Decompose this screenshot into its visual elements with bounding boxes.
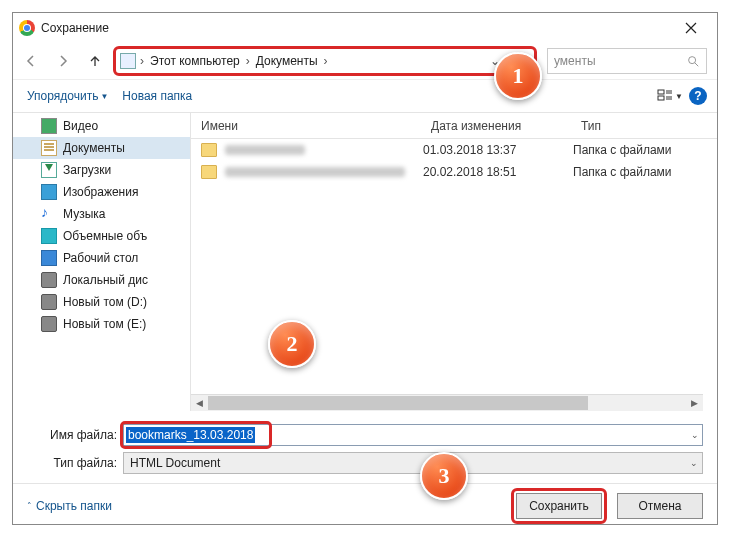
chevron-down-icon[interactable]: ⌄	[691, 430, 699, 440]
help-button[interactable]: ?	[689, 87, 707, 105]
blurred-name	[225, 167, 405, 177]
list-item[interactable]: 20.02.2018 18:51 Папка с файлами	[191, 161, 717, 183]
address-bar[interactable]: › Этот компьютер › Документы › ⌄	[113, 46, 537, 76]
cell-type: Папка с файлами	[573, 165, 672, 179]
file-rows: 01.03.2018 13:37 Папка с файлами 20.02.2…	[191, 139, 717, 411]
arrow-right-icon	[55, 53, 71, 69]
sidebar-item-disk-e[interactable]: Новый том (E:)	[13, 313, 190, 335]
document-icon	[41, 140, 57, 156]
svg-rect-1	[658, 90, 664, 94]
annotation-frame: Сохранить	[511, 488, 607, 524]
sidebar-item-3d[interactable]: Объемные объ	[13, 225, 190, 247]
close-button[interactable]	[671, 13, 711, 43]
cube-icon	[41, 228, 57, 244]
svg-rect-2	[658, 96, 664, 100]
filetype-label: Тип файла:	[27, 456, 117, 470]
search-placeholder: ументы	[554, 54, 686, 68]
organize-button[interactable]: Упорядочить ▼	[23, 87, 112, 105]
hide-folders-button[interactable]: ˄Скрыть папки	[27, 499, 112, 513]
save-dialog: Сохранение › Этот компьютер › Документы …	[12, 12, 718, 525]
col-type[interactable]: Тип	[581, 119, 717, 133]
filetype-value: HTML Document	[130, 456, 220, 470]
col-date[interactable]: Дата изменения	[431, 119, 581, 133]
footer: ˄Скрыть папки Сохранить Отмена	[13, 483, 717, 527]
arrow-left-icon	[23, 53, 39, 69]
chevron-right-icon: ›	[324, 54, 328, 68]
annotation-callout-3: 3	[420, 452, 468, 500]
arrow-up-icon	[87, 53, 103, 69]
chrome-icon	[19, 20, 35, 36]
cell-date: 01.03.2018 13:37	[423, 143, 573, 157]
fields: Имя файла: bookmarks_13.03.2018 ⌄ Тип фа…	[13, 411, 717, 483]
svg-point-0	[689, 57, 696, 64]
nav-back-button[interactable]	[17, 47, 45, 75]
desktop-icon	[41, 250, 57, 266]
toolbar: Упорядочить ▼ Новая папка ▼ ?	[13, 79, 717, 113]
filetype-select[interactable]: HTML Document ⌄	[123, 452, 703, 474]
nav-tree[interactable]: Видео Документы Загрузки Изображения Муз…	[13, 113, 191, 411]
search-input[interactable]: ументы	[547, 48, 707, 74]
folder-icon	[201, 165, 217, 179]
sidebar-item-music[interactable]: Музыка	[13, 203, 190, 225]
column-headers[interactable]: Имени Дата изменения Тип	[191, 113, 717, 139]
sidebar-item-disk-d[interactable]: Новый том (D:)	[13, 291, 190, 313]
disk-icon	[41, 272, 57, 288]
col-name[interactable]: Имени	[191, 119, 431, 133]
cell-type: Папка с файлами	[573, 143, 672, 157]
sidebar-item-downloads[interactable]: Загрузки	[13, 159, 190, 181]
scroll-left-icon[interactable]: ◀	[191, 395, 208, 411]
file-list: Имени Дата изменения Тип 01.03.2018 13:3…	[191, 113, 717, 411]
video-icon	[41, 118, 57, 134]
body: Видео Документы Загрузки Изображения Муз…	[13, 113, 717, 411]
window-title: Сохранение	[41, 21, 671, 35]
sidebar-item-video[interactable]: Видео	[13, 115, 190, 137]
view-button[interactable]: ▼	[657, 85, 683, 107]
annotation-callout-2: 2	[268, 320, 316, 368]
image-icon	[41, 184, 57, 200]
newfolder-button[interactable]: Новая папка	[118, 87, 196, 105]
view-icon	[657, 88, 673, 104]
h-scrollbar[interactable]: ◀ ▶	[191, 394, 703, 411]
sidebar-item-desktop[interactable]: Рабочий стол	[13, 247, 190, 269]
close-icon	[685, 22, 697, 34]
scroll-right-icon[interactable]: ▶	[686, 395, 703, 411]
chevron-down-icon: ⌄	[690, 458, 698, 468]
disk-icon	[41, 294, 57, 310]
pc-icon	[120, 53, 136, 69]
scroll-thumb[interactable]	[208, 396, 588, 410]
download-icon	[41, 162, 57, 178]
blurred-name	[225, 145, 305, 155]
breadcrumb-seg-pc[interactable]: Этот компьютер	[144, 54, 246, 68]
sidebar-item-images[interactable]: Изображения	[13, 181, 190, 203]
folder-icon	[201, 143, 217, 157]
sidebar-item-localdisk[interactable]: Локальный дис	[13, 269, 190, 291]
sidebar-item-documents[interactable]: Документы	[13, 137, 190, 159]
list-item[interactable]: 01.03.2018 13:37 Папка с файлами	[191, 139, 717, 161]
filename-label: Имя файла:	[27, 428, 117, 442]
save-button[interactable]: Сохранить	[516, 493, 602, 519]
breadcrumb-seg-docs[interactable]: Документы	[250, 54, 324, 68]
annotation-callout-1: 1	[494, 52, 542, 100]
help-icon: ?	[694, 89, 701, 103]
filename-value: bookmarks_13.03.2018	[126, 427, 255, 443]
nav-up-button[interactable]	[81, 47, 109, 75]
chevron-down-icon: ▼	[100, 92, 108, 101]
nav-fwd-button[interactable]	[49, 47, 77, 75]
nav-row: › Этот компьютер › Документы › ⌄ ументы	[13, 43, 717, 79]
titlebar: Сохранение	[13, 13, 717, 43]
search-icon	[686, 54, 700, 68]
chevron-up-icon: ˄	[27, 501, 32, 511]
cell-date: 20.02.2018 18:51	[423, 165, 573, 179]
cancel-button[interactable]: Отмена	[617, 493, 703, 519]
music-icon	[41, 206, 57, 222]
disk-icon	[41, 316, 57, 332]
